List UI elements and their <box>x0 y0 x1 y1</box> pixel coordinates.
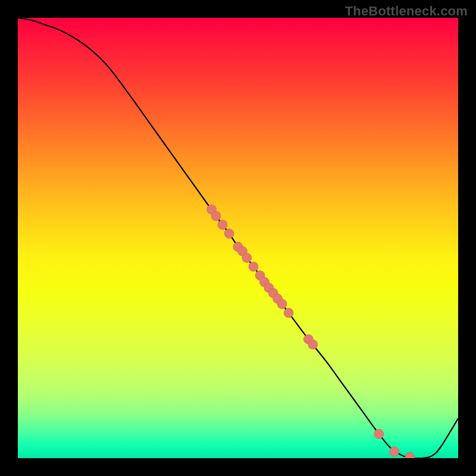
bottleneck-curve <box>18 18 458 458</box>
sample-point <box>242 253 252 262</box>
sample-point <box>374 429 384 439</box>
sample-point <box>284 308 293 318</box>
sample-point <box>249 262 258 271</box>
sample-point <box>224 229 234 239</box>
sample-point <box>277 299 287 309</box>
watermark-text: TheBottleneck.com <box>345 4 468 19</box>
sample-points-group <box>207 205 415 458</box>
sample-point <box>308 340 318 349</box>
sample-point <box>405 453 415 458</box>
chart-overlay-svg <box>18 18 458 458</box>
sample-point <box>211 211 221 221</box>
chart-frame <box>18 18 458 458</box>
sample-point <box>390 447 399 456</box>
sample-point <box>218 220 227 230</box>
